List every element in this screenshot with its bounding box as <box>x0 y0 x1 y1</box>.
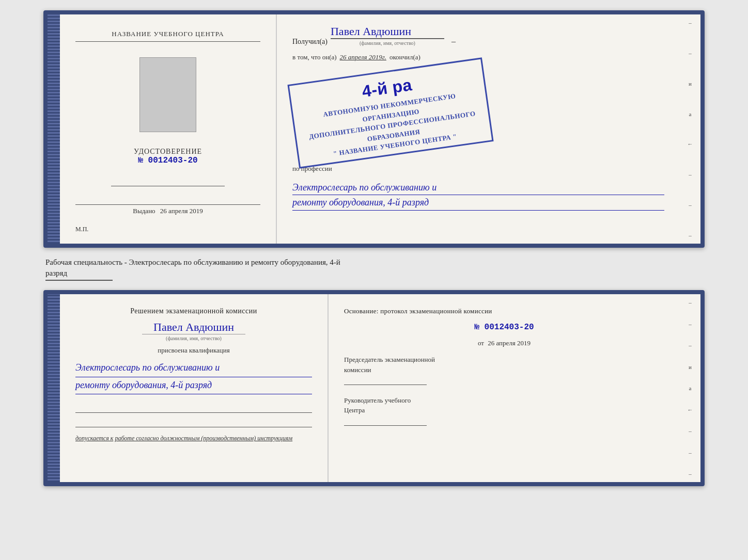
bottom-name-block: Павел Авдюшин (фамилия, имя, отчество) <box>75 321 312 341</box>
bottom-document: Решением экзаменационной комиссии Павел … <box>43 290 705 486</box>
udostoverenie-label: УДОСТОВЕРЕНИЕ <box>134 148 202 156</box>
vydano-line: Выдано 26 апреля 2019 <box>75 204 260 215</box>
predsedatel-line1: Председатель экзаменационной <box>344 355 664 365</box>
bottom-left-panel: Решением экзаменационной комиссии Павел … <box>60 294 329 482</box>
poluchil-text: Получил(а) <box>292 38 328 46</box>
predsedatel-block: Председатель экзаменационной комиссии <box>344 355 664 388</box>
middle-text-block: Рабочая специальность - Электрослесарь п… <box>43 257 705 281</box>
bottom-fio-sub: (фамилия, имя, отчество) <box>142 334 245 341</box>
vydano-date: 26 апреля 2019 <box>160 207 203 215</box>
top-left-title: НАЗВАНИЕ УЧЕБНОГО ЦЕНТРА <box>75 30 260 42</box>
fio-sub-top: (фамилия, имя, отчество) <box>331 39 444 46</box>
vydano-label: Выдано <box>133 207 155 215</box>
blank-lines-block <box>75 403 312 427</box>
stamp-block: 4-й ра АВТОНОМНУЮ НЕКОММЕРЧЕСКУЮ ОРГАНИЗ… <box>287 57 493 168</box>
ot-date: 26 апреля 2019 <box>488 339 531 347</box>
ot-prefix: от <box>478 339 484 347</box>
mp-label: М.П. <box>75 226 88 233</box>
predsedatel-signature <box>344 375 427 385</box>
top-left-panel: НАЗВАНИЕ УЧЕБНОГО ЦЕНТРА УДОСТОВЕРЕНИЕ №… <box>60 14 277 244</box>
top-document: НАЗВАНИЕ УЧЕБНОГО ЦЕНТРА УДОСТОВЕРЕНИЕ №… <box>43 10 705 248</box>
udostoverenie-block: УДОСТОВЕРЕНИЕ № 0012403-20 <box>134 148 202 165</box>
udostoverenie-number: № 0012403-20 <box>134 156 202 165</box>
rukovoditel-signature <box>344 415 427 426</box>
okonchil-text: окончил(а) <box>389 53 420 61</box>
protocol-number: № 0012403-20 <box>344 323 664 332</box>
rukovoditel-line1: Руководитель учебного <box>344 395 664 406</box>
ot-date-line: от 26 апреля 2019 <box>344 339 664 347</box>
blank-line-2 <box>75 417 312 427</box>
po-professii-label: по профессии <box>292 165 664 173</box>
vtom-date: 26 апреля 2019г. <box>340 53 386 61</box>
dopuskaetsya-block: допускается к работе согласно должностны… <box>75 435 312 442</box>
predsedatel-line2: комиссии <box>344 365 664 375</box>
prisvoyena-text: присвоена квалификация <box>75 346 312 355</box>
dash: – <box>451 37 456 46</box>
rukovoditel-line2: Центра <box>344 405 664 415</box>
rukovoditel-block: Руководитель учебного Центра <box>344 395 664 429</box>
blank-line-1 <box>75 403 312 413</box>
photo-placeholder <box>139 57 196 132</box>
middle-line2: разряд <box>45 268 113 281</box>
top-right-panel: Получил(а) Павел Авдюшин (фамилия, имя, … <box>277 14 680 244</box>
recipient-name: Павел Авдюшин <box>331 25 444 39</box>
bottom-qual-block: Электрослесарь по обслуживанию и ремонту… <box>75 360 312 394</box>
dopuskaetsya-prefix: допускается к <box>75 435 113 442</box>
profession-line1: Электрослесарь по обслуживанию и <box>292 180 664 196</box>
bottom-right-panel: Основание: протокол экзаменационной коми… <box>329 294 680 482</box>
profession-line2: ремонту оборудования, 4-й разряд <box>292 195 664 211</box>
vtom-text: в том, что он(а) <box>292 53 337 61</box>
poluchil-line: Получил(а) Павел Авдюшин (фамилия, имя, … <box>292 25 664 46</box>
qual-line2: ремонту оборудования, 4-й разряд <box>75 377 312 395</box>
middle-line1: Рабочая специальность - Электрослесарь п… <box>45 257 703 268</box>
qual-line1: Электрослесарь по обслуживанию и <box>75 360 312 377</box>
top-right-edge: – – и а ← – – – <box>680 14 700 244</box>
top-spine <box>48 14 60 244</box>
resheniyem-title: Решением экзаменационной комиссии <box>75 307 312 315</box>
bottom-name: Павел Авдюшин <box>75 321 312 334</box>
dopuskaetsya-text: работе согласно должностным (производств… <box>115 435 292 442</box>
bottom-spine <box>48 294 60 482</box>
bottom-right-edge: – – – и а ← – – – <box>680 294 700 482</box>
osnovanie-text: Основание: протокол экзаменационной коми… <box>344 307 664 315</box>
profession-block: Электрослесарь по обслуживанию и ремонту… <box>292 180 664 211</box>
